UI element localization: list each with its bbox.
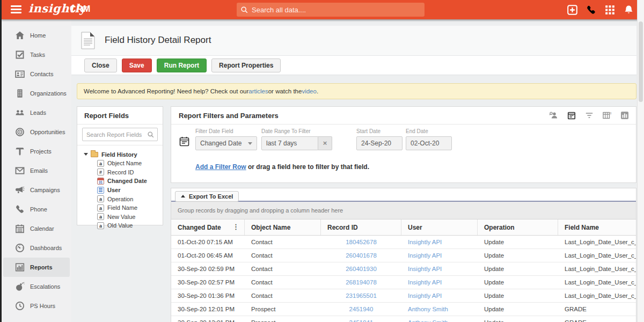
add-icon[interactable] — [567, 5, 577, 15]
table-cell[interactable]: Insightly API — [401, 276, 478, 289]
table-cell[interactable]: 260401678 — [321, 249, 401, 262]
title-bar: Field History Detail Report — [71, 26, 636, 56]
tree-root-field-history[interactable]: Field History — [77, 150, 163, 159]
sidebar-item-leads[interactable]: Leads — [3, 103, 70, 122]
sidebar-item-ps-hours[interactable]: PS Hours — [3, 296, 70, 316]
field-item-record-id[interactable]: #Record ID — [77, 168, 163, 177]
filter-icon[interactable] — [584, 111, 594, 120]
table-row[interactable]: 30-Sep-20 02:57 PMContact268194078Insigh… — [171, 276, 636, 289]
column-header-object-name[interactable]: Object Name — [245, 219, 321, 235]
table-cell[interactable]: Insightly API — [401, 236, 478, 248]
sidebar-item-home[interactable]: Home — [3, 26, 70, 45]
report-document-icon — [81, 32, 95, 49]
person-search-icon[interactable] — [549, 111, 559, 120]
sidebar-item-escalations[interactable]: Escalations — [3, 277, 70, 296]
global-search[interactable] — [237, 3, 425, 17]
sidebar-item-opportunities[interactable]: Opportunities — [3, 122, 70, 142]
export-to-excel-button[interactable]: Export To Excel — [175, 191, 239, 202]
table-cell[interactable]: 2451941 — [321, 316, 401, 322]
field-item-new-value[interactable]: aNew Value — [77, 213, 163, 222]
scrollbar-thumb[interactable] — [639, 21, 643, 102]
chart-icon[interactable] — [620, 111, 630, 120]
sidebar-nav: Home Tasks Contacts Organizations Leads … — [2, 19, 71, 322]
column-header-operation[interactable]: Operation — [478, 219, 558, 235]
fields-tree: Field History aObject Name #Record ID 31… — [77, 145, 163, 230]
column-menu-icon[interactable]: ⋮ — [232, 223, 239, 231]
date-range-select[interactable]: last 7 days — [261, 136, 318, 150]
collapse-caret-icon[interactable] — [84, 153, 88, 156]
phone-icon[interactable] — [586, 5, 596, 15]
save-button[interactable]: Save — [122, 58, 152, 72]
table-cell[interactable]: Anthony Smith — [401, 303, 478, 316]
sidebar-item-reports[interactable]: Reports — [3, 258, 70, 277]
table-row[interactable]: 30-Sep-20 02:59 PMContact260401930Insigh… — [171, 262, 636, 276]
table-cell: Update — [478, 276, 558, 289]
table-cell[interactable]: 268194078 — [321, 276, 401, 289]
date-filter-calendar-icon — [179, 136, 189, 147]
collapse-arrow-icon — [181, 195, 185, 197]
field-item-object-name[interactable]: aObject Name — [77, 159, 163, 168]
table-cell[interactable]: 2451940 — [321, 303, 401, 316]
text-field-icon: a — [97, 222, 104, 229]
sidebar-item-projects[interactable]: Projects — [3, 142, 70, 161]
end-date-input[interactable]: 02-Oct-20 — [406, 136, 452, 150]
table-cell[interactable]: Insightly API — [401, 289, 478, 302]
column-header-field-name[interactable]: Field Name — [558, 219, 636, 235]
sidebar-item-emails[interactable]: Emails — [3, 161, 70, 180]
sidebar-item-organizations[interactable]: Organizations — [3, 84, 70, 103]
table-cell: 30-Sep-20 02:57 PM — [171, 276, 245, 289]
table-cell[interactable]: Insightly API — [401, 262, 478, 275]
opportunities-icon — [15, 127, 25, 137]
table-row[interactable]: 01-Oct-20 07:15 AMContact180452678Insigh… — [171, 236, 636, 249]
banner-text: Welcome to Advanced Reporting! Need help… — [84, 88, 248, 94]
filter-date-field-select[interactable]: Changed Date — [195, 136, 257, 150]
notifications-bell-icon[interactable] — [624, 5, 634, 15]
group-by-hint[interactable]: Group records by dragging and dropping a… — [171, 202, 636, 219]
close-button[interactable]: Close — [84, 58, 117, 72]
video-link[interactable]: video — [302, 88, 317, 94]
welcome-banner: Welcome to Advanced Reporting! Need help… — [77, 83, 636, 99]
field-item-user[interactable]: User — [77, 186, 163, 195]
table-cell[interactable]: Insightly API — [401, 249, 478, 262]
field-item-old-value[interactable]: aOld Value — [77, 221, 163, 230]
table-row[interactable]: 30-Sep-20 01:36 PMContact231965501Insigh… — [171, 289, 636, 303]
add-filter-row-link[interactable]: Add a Filter Row — [195, 163, 246, 171]
table-row[interactable]: 30-Sep-20 12:01 PMProspect2451940Anthony… — [171, 303, 636, 316]
column-header-user[interactable]: User — [401, 219, 478, 235]
page-scrollbar[interactable] — [637, 0, 644, 322]
table-cell[interactable]: 180452678 — [321, 236, 401, 248]
table-row[interactable]: 01-Oct-20 06:45 AMContact260401678Insigh… — [171, 249, 636, 262]
report-toolbar: Close Save Run Report Report Properties — [71, 56, 636, 75]
column-header-changed-date[interactable]: Changed Date⋮ — [171, 219, 245, 235]
search-input[interactable] — [252, 6, 420, 14]
clear-date-range-button[interactable]: × — [318, 136, 332, 150]
column-header-record-id[interactable]: Record ID — [321, 219, 401, 235]
pivot-table-icon[interactable]: 3 — [602, 111, 612, 120]
table-cell[interactable]: Anthony Smith — [401, 316, 478, 322]
sidebar-item-tasks[interactable]: Tasks — [3, 45, 70, 64]
field-item-changed-date[interactable]: 31Changed Date — [77, 177, 163, 186]
sidebar-item-phone[interactable]: Phone — [3, 200, 70, 219]
hamburger-menu-icon[interactable] — [11, 5, 21, 13]
report-properties-button[interactable]: Report Properties — [211, 58, 281, 72]
report-fields-search-input[interactable] — [82, 128, 158, 141]
apps-grid-icon[interactable] — [605, 5, 615, 15]
tasks-icon — [15, 50, 25, 60]
top-bar: insightly CRM — [2, 0, 644, 19]
table-row[interactable]: 30-Sep-20 12:01 PMProspect2451941Anthony… — [171, 316, 636, 322]
sidebar-item-campaigns[interactable]: Campaigns — [3, 180, 70, 200]
field-item-field-name[interactable]: aField Name — [77, 203, 163, 213]
calendar-solid-icon[interactable] — [567, 111, 576, 120]
table-cell[interactable]: 260401930 — [321, 262, 401, 275]
articles-link[interactable]: articles — [248, 88, 268, 94]
field-item-operation[interactable]: aOperation — [77, 194, 163, 203]
table-cell[interactable]: 231965501 — [321, 289, 401, 302]
start-date-input[interactable]: 24-Sep-20 — [356, 136, 402, 150]
sidebar-item-contacts[interactable]: Contacts — [3, 64, 70, 84]
calendar-icon — [15, 224, 25, 233]
table-cell: GRADE — [558, 316, 636, 322]
sidebar-item-calendar[interactable]: Calendar — [3, 219, 70, 238]
campaigns-icon — [15, 185, 25, 195]
run-report-button[interactable]: Run Report — [157, 58, 207, 72]
sidebar-item-dashboards[interactable]: Dashboards — [3, 238, 70, 258]
